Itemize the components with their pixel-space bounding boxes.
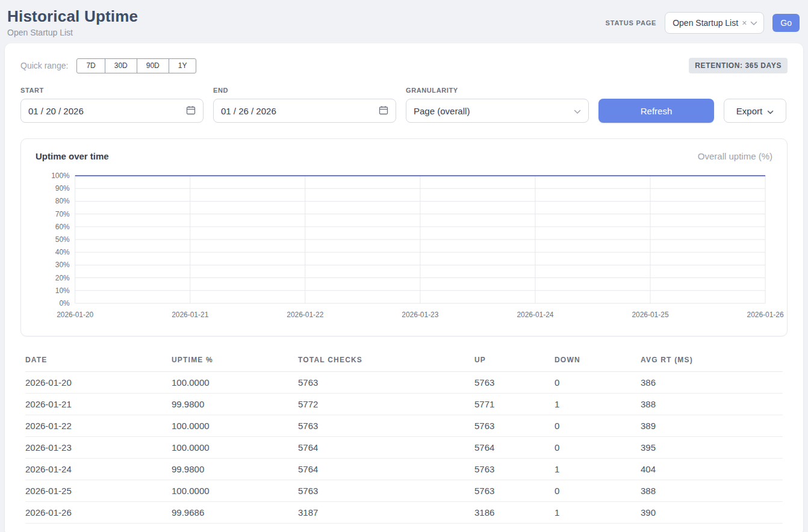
table-cell: 2026-01-25	[25, 480, 172, 502]
table-cell: 2026-01-23	[25, 437, 172, 459]
end-label: END	[213, 87, 396, 94]
table-cell: 404	[641, 459, 783, 480]
page-title: Historical Uptime	[7, 7, 138, 26]
table-cell: 1	[555, 459, 641, 480]
table-cell: 5771	[474, 394, 555, 415]
quick-range-7d[interactable]: 7D	[76, 58, 105, 73]
table-row: 2026-01-2699.9686318731861390	[25, 502, 783, 524]
col-uptime: UPTIME %	[172, 352, 298, 372]
svg-text:0%: 0%	[59, 299, 70, 308]
table-cell: 2026-01-20	[25, 372, 172, 394]
table-cell: 5763	[298, 480, 474, 502]
table-row: 2026-01-22100.0000576357630389	[25, 415, 783, 437]
table-cell: 2026-01-26	[25, 502, 172, 524]
table-cell: 5763	[298, 415, 474, 437]
granularity-value: Page (overall)	[414, 106, 470, 116]
calendar-icon[interactable]	[379, 105, 388, 117]
table-cell: 100.0000	[172, 437, 298, 459]
col-total-checks: TOTAL CHECKS	[298, 352, 474, 372]
daily-uptime-table: DATE UPTIME % TOTAL CHECKS UP DOWN AVG R…	[25, 352, 783, 524]
table-cell: 0	[555, 415, 641, 437]
table-cell: 3187	[298, 502, 474, 524]
table-cell: 5763	[474, 480, 555, 502]
start-label: START	[20, 87, 204, 94]
quick-range-group: 7D 30D 90D 1Y	[76, 58, 196, 73]
svg-text:40%: 40%	[55, 248, 70, 256]
table-cell: 0	[555, 437, 641, 459]
table-cell: 2026-01-24	[25, 459, 172, 480]
table-cell: 100.0000	[172, 415, 298, 437]
end-date-input[interactable]: 01 / 26 / 2026	[213, 99, 396, 123]
granularity-label: GRANULARITY	[406, 87, 589, 94]
table-cell: 389	[641, 415, 783, 437]
start-date-value: 01 / 20 / 2026	[28, 106, 84, 116]
table-cell: 1	[555, 502, 641, 524]
svg-text:20%: 20%	[55, 274, 70, 282]
quick-range-1y[interactable]: 1Y	[169, 58, 197, 73]
chevron-down-icon	[750, 17, 757, 28]
export-button[interactable]: Export	[724, 99, 786, 123]
uptime-chart-card: Uptime over time Overall uptime (%) 0%10…	[20, 138, 788, 336]
table-cell: 0	[555, 372, 641, 394]
daily-uptime-table-wrap: DATE UPTIME % TOTAL CHECKS UP DOWN AVG R…	[20, 352, 788, 524]
table-cell: 2026-01-21	[25, 394, 172, 415]
filter-form: START 01 / 20 / 2026 END 01 / 26 / 2026	[20, 87, 788, 123]
header-right: STATUS PAGE Open Startup List × Go	[606, 12, 800, 34]
table-cell: 388	[641, 394, 783, 415]
quick-range-30d[interactable]: 30D	[105, 58, 137, 73]
uptime-line-chart: 0%10%20%30%40%50%60%70%80%90%100%2026-01…	[36, 171, 772, 323]
status-page-label: STATUS PAGE	[606, 19, 657, 26]
svg-text:2026-01-21: 2026-01-21	[172, 311, 208, 319]
table-header-row: DATE UPTIME % TOTAL CHECKS UP DOWN AVG R…	[25, 352, 783, 372]
table-row: 2026-01-23100.0000576457640395	[25, 437, 783, 459]
svg-text:50%: 50%	[55, 235, 70, 244]
chevron-down-icon	[767, 106, 774, 116]
start-date-input[interactable]: 01 / 20 / 2026	[20, 99, 204, 123]
quick-range-90d[interactable]: 90D	[137, 58, 169, 73]
table-cell: 5763	[474, 415, 555, 437]
export-label: Export	[736, 106, 762, 116]
table-row: 2026-01-2499.9800576457631404	[25, 459, 783, 480]
col-date: DATE	[25, 352, 172, 372]
svg-text:2026-01-26: 2026-01-26	[747, 311, 784, 319]
table-cell: 395	[641, 437, 783, 459]
table-row: 2026-01-20100.0000576357630386	[25, 372, 783, 394]
svg-text:2026-01-23: 2026-01-23	[402, 311, 438, 319]
table-cell: 388	[641, 480, 783, 502]
retention-badge: RETENTION: 365 DAYS	[689, 58, 788, 73]
table-cell: 99.9686	[172, 502, 298, 524]
table-cell: 99.9800	[172, 459, 298, 480]
svg-text:100%: 100%	[51, 172, 70, 180]
table-cell: 5763	[474, 372, 555, 394]
col-avg-rt: AVG RT (MS)	[641, 352, 783, 372]
table-row: 2026-01-25100.0000576357630388	[25, 480, 783, 502]
calendar-icon[interactable]	[186, 105, 196, 117]
svg-text:80%: 80%	[55, 197, 70, 205]
col-down: DOWN	[555, 352, 641, 372]
title-block: Historical Uptime Open Startup List	[7, 7, 138, 37]
clear-icon[interactable]: ×	[742, 18, 747, 28]
table-cell: 2026-01-22	[25, 415, 172, 437]
svg-text:30%: 30%	[55, 261, 70, 269]
end-date-value: 01 / 26 / 2026	[221, 106, 276, 116]
table-cell: 390	[641, 502, 783, 524]
go-button[interactable]: Go	[772, 14, 800, 32]
table-cell: 100.0000	[172, 372, 298, 394]
table-cell: 5763	[298, 372, 474, 394]
refresh-button[interactable]: Refresh	[598, 99, 714, 123]
col-up: UP	[474, 352, 555, 372]
table-cell: 100.0000	[172, 480, 298, 502]
table-cell: 5764	[298, 437, 474, 459]
chevron-down-icon	[574, 106, 581, 116]
svg-text:2026-01-25: 2026-01-25	[632, 311, 668, 319]
svg-text:2026-01-24: 2026-01-24	[517, 311, 553, 319]
table-row: 2026-01-2199.9800577257711388	[25, 394, 783, 415]
svg-text:2026-01-20: 2026-01-20	[57, 311, 93, 319]
status-page-value: Open Startup List	[673, 18, 738, 28]
quick-range-row: Quick range: 7D 30D 90D 1Y RETENTION: 36…	[20, 58, 788, 73]
table-cell: 5772	[298, 394, 474, 415]
granularity-select[interactable]: Page (overall)	[406, 99, 589, 123]
quick-range-label: Quick range:	[20, 61, 68, 70]
status-page-select[interactable]: Open Startup List ×	[665, 12, 764, 34]
page-subtitle: Open Startup List	[7, 28, 138, 37]
